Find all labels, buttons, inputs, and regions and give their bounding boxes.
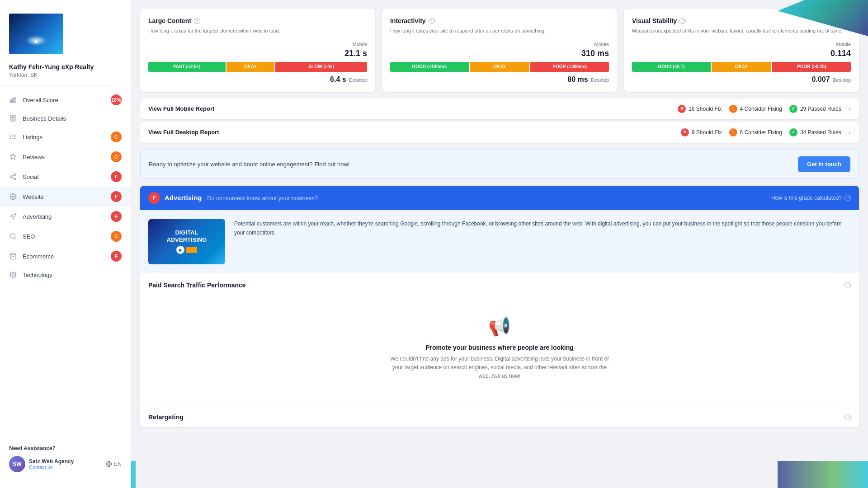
svg-line-17 bbox=[12, 177, 14, 178]
interactivity-card: Interactivity ? How long it takes your s… bbox=[382, 9, 617, 92]
large-content-info-icon[interactable]: ? bbox=[194, 18, 200, 24]
visual-stability-mobile-value: 0.114 bbox=[632, 49, 851, 58]
bar-slow: SLOW (>4s) ▼ bbox=[275, 62, 367, 72]
business-info: Kathy Fehr-Yung eXp Realty Yorkton, SK bbox=[0, 63, 131, 85]
megaphone-empty-icon: 📢 bbox=[488, 316, 511, 337]
megaphone-icon bbox=[9, 212, 17, 221]
svg-rect-25 bbox=[12, 274, 14, 276]
assistance-panel: Need Assistance? SW Satz Web Agency Cont… bbox=[0, 438, 131, 479]
empty-desc: We couldn't find any ads for your busine… bbox=[387, 355, 613, 381]
svg-rect-2 bbox=[14, 97, 16, 103]
mobile-should-fix: ✕ 16 Should Fix bbox=[678, 105, 722, 113]
sidebar: Kathy Fehr-Yung eXp Realty Yorkton, SK O… bbox=[0, 0, 131, 488]
svg-point-10 bbox=[10, 135, 10, 135]
sidebar-item-label: Website bbox=[23, 193, 44, 200]
large-content-title: Large Content bbox=[148, 17, 191, 24]
ecommerce-badge: F bbox=[111, 251, 122, 262]
desktop-consider-fixing: ! 6 Consider Fixing bbox=[729, 128, 782, 136]
paid-search-info-icon[interactable]: ? bbox=[844, 282, 851, 288]
sidebar-menu: Overall Score 18% Business Details bbox=[0, 85, 131, 438]
seo-badge: C bbox=[111, 231, 122, 242]
advertising-subtitle: Do consumers know about your business? bbox=[207, 195, 318, 202]
should-fix-x-icon: ✕ bbox=[678, 105, 686, 113]
advertising-badge: F bbox=[111, 211, 122, 222]
visual-stability-info-icon[interactable]: ? bbox=[679, 18, 686, 24]
get-in-touch-button[interactable]: Get in touch bbox=[798, 156, 850, 172]
sidebar-logo bbox=[0, 9, 131, 63]
sidebar-item-advertising[interactable]: Advertising F bbox=[0, 206, 131, 226]
interactivity-info-icon[interactable]: ? bbox=[429, 18, 435, 24]
desktop-report-chevron-icon: › bbox=[849, 128, 851, 136]
desktop-consider-fixing-warn-icon: ! bbox=[729, 128, 737, 136]
sidebar-item-label: Advertising bbox=[23, 213, 52, 220]
reviews-badge: C bbox=[111, 151, 122, 162]
sidebar-item-social[interactable]: Social F bbox=[0, 167, 131, 187]
shopping-bag-icon bbox=[9, 252, 17, 260]
globe-small-icon bbox=[106, 461, 112, 467]
advertising-description: Potential customers are within your reac… bbox=[234, 219, 851, 264]
agency-avatar: SW bbox=[9, 456, 25, 472]
cta-text: Ready to optimize your website and boost… bbox=[149, 161, 349, 168]
sidebar-item-label: Social bbox=[23, 174, 38, 180]
consider-fixing-warn-icon: ! bbox=[729, 105, 737, 113]
sidebar-item-label: Technology bbox=[23, 272, 52, 278]
report-section: View Full Mobile Report ✕ 16 Should Fix … bbox=[140, 99, 859, 143]
sidebar-item-label: Overall Score bbox=[23, 97, 58, 103]
share-icon bbox=[9, 173, 17, 181]
sidebar-item-label: SEO bbox=[23, 233, 35, 240]
contact-link[interactable]: Contact us bbox=[29, 465, 74, 470]
mobile-report-title: View Full Mobile Report bbox=[148, 105, 214, 112]
bar-fast: FAST (<2.5s) bbox=[148, 62, 226, 72]
interactivity-desktop-value: 80 ms bbox=[567, 75, 588, 84]
svg-rect-5 bbox=[10, 119, 13, 121]
empty-title: Promote your business where people are l… bbox=[425, 344, 574, 351]
retargeting-info-icon[interactable]: ? bbox=[844, 414, 851, 420]
visual-stability-title: Visual Stability bbox=[632, 17, 677, 24]
sidebar-item-overall-score[interactable]: Overall Score 18% bbox=[0, 90, 131, 110]
sidebar-item-seo[interactable]: SEO C bbox=[0, 226, 131, 246]
retargeting-row[interactable]: Retargeting ? bbox=[140, 407, 859, 427]
cpu-icon bbox=[9, 271, 17, 279]
advertising-grade-badge: F bbox=[148, 192, 160, 204]
desktop-should-fix-x-icon: ✕ bbox=[681, 128, 689, 136]
desktop-passed-rules: ✓ 34 Passed Rules bbox=[789, 128, 841, 136]
svg-point-14 bbox=[14, 174, 16, 175]
how-calculated-link[interactable]: How is this grade calculated? ? bbox=[771, 195, 851, 201]
desktop-report-row[interactable]: View Full Desktop Report ✕ 9 Should Fix … bbox=[140, 122, 859, 143]
advertising-image: DIGITALADVERTISING ▶ bbox=[148, 219, 225, 264]
sidebar-item-business-details[interactable]: Business Details bbox=[0, 110, 131, 127]
interactivity-desktop-label: Desktop bbox=[591, 77, 609, 83]
advertising-section: F Advertising Do consumers know about yo… bbox=[140, 186, 859, 427]
mobile-report-row[interactable]: View Full Mobile Report ✕ 16 Should Fix … bbox=[140, 99, 859, 119]
interactivity-mobile-label: Mobile bbox=[390, 42, 609, 47]
business-name: Kathy Fehr-Yung eXp Realty bbox=[9, 63, 122, 70]
mobile-report-chevron-icon: › bbox=[849, 105, 851, 113]
sidebar-item-ecommerce[interactable]: Ecommerce F bbox=[0, 246, 131, 266]
star-icon bbox=[9, 153, 17, 161]
how-calculated-icon: ? bbox=[844, 195, 851, 201]
bar-okay: OKAY bbox=[712, 62, 772, 72]
list-icon bbox=[9, 133, 17, 141]
visual-stability-bar: GOOD (<0.1) ▼ OKAY POOR (>0.25) bbox=[632, 62, 851, 72]
chart-bar-icon bbox=[9, 96, 17, 104]
metrics-row: Large Content ? How long it takes for th… bbox=[140, 9, 859, 92]
desktop-should-fix: ✕ 9 Should Fix bbox=[681, 128, 722, 136]
bar-good: GOOD (<0.1) ▼ bbox=[632, 62, 711, 72]
sidebar-item-website[interactable]: Website F bbox=[0, 187, 131, 206]
assistance-title: Need Assistance? bbox=[9, 445, 122, 451]
grid-icon bbox=[9, 114, 17, 122]
sidebar-item-technology[interactable]: Technology bbox=[0, 266, 131, 283]
website-badge: F bbox=[111, 191, 122, 202]
sidebar-item-reviews[interactable]: Reviews C bbox=[0, 147, 131, 167]
sidebar-item-label: Reviews bbox=[23, 154, 45, 160]
logo-image bbox=[9, 14, 63, 54]
svg-rect-4 bbox=[14, 116, 16, 118]
large-content-mobile-label: Mobile bbox=[148, 42, 367, 47]
advertising-body: Paid Search Traffic Performance ? 📢 Prom… bbox=[140, 273, 859, 407]
agency-name: Satz Web Agency bbox=[29, 458, 74, 465]
language-selector[interactable]: EN bbox=[106, 461, 122, 467]
svg-point-11 bbox=[10, 136, 10, 137]
sidebar-item-listings[interactable]: Listings C bbox=[0, 127, 131, 147]
advertising-title: Advertising bbox=[165, 194, 202, 202]
visual-stability-desktop-label: Desktop bbox=[833, 77, 851, 83]
